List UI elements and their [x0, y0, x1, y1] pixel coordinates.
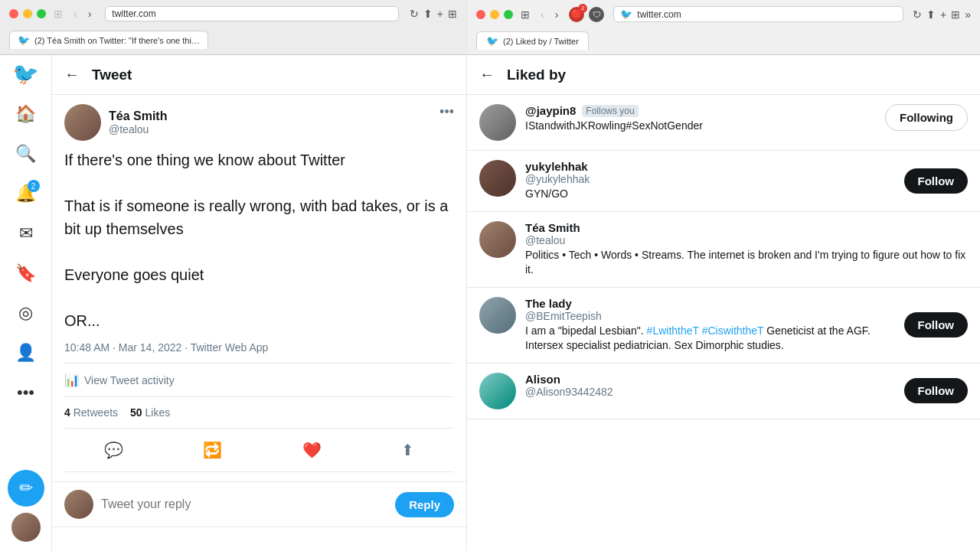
tweet-stats: 4 Retweets 50 Likes — [64, 397, 454, 429]
browser-controls-bar-right: ⊞ ‹ › 🔴 2 🛡 🐦 twitter.com ↻ ⬆ + ⊞ » — [467, 0, 980, 28]
user-bio: GYN/GO — [525, 187, 895, 202]
compose-button[interactable]: ✏ — [8, 470, 44, 507]
reply-user-avatar — [64, 490, 93, 519]
tweet-author-name[interactable]: Téa Smith — [109, 109, 167, 123]
user-name-row: Alison — [525, 373, 895, 386]
nav-forward-right[interactable]: › — [552, 7, 562, 22]
nav-back-right[interactable]: ‹ — [537, 7, 547, 22]
reply-bar: Reply — [52, 482, 466, 527]
tweet-body: Téa Smith @tealou ••• If there's one thi… — [52, 95, 466, 482]
address-bar-right[interactable]: 🐦 twitter.com — [613, 6, 903, 22]
back-button[interactable]: ← — [64, 66, 80, 83]
activity-label: View Tweet activity — [84, 374, 175, 386]
hashtag[interactable]: #LwiththeT — [647, 324, 699, 337]
retweet-count: 4 — [64, 406, 70, 419]
tab-label-right: (2) Liked by / Twitter — [503, 37, 579, 46]
hashtag[interactable]: #CiswiththeT — [702, 324, 764, 337]
retweet-stat[interactable]: 4 Retweets — [64, 406, 118, 419]
tweet-header: ← Tweet — [52, 55, 466, 95]
sidebar-item-home[interactable]: 🏠 — [8, 96, 44, 132]
twitter-sidebar: 🐦 🏠 🔍 🔔 2 ✉ 🔖 ◎ 👤 ••• ✏ — [0, 55, 52, 551]
notifications-badge: 2 — [28, 180, 40, 192]
grid-btn-right[interactable]: ⊞ — [951, 8, 960, 21]
extend-btn-right[interactable]: » — [965, 8, 971, 21]
follow-button[interactable]: Follow — [904, 378, 969, 403]
user-display-name[interactable]: yukylehhak — [525, 160, 588, 173]
nav-sidebar-right[interactable]: ⊞ — [518, 7, 533, 22]
tweet-header-title: Tweet — [92, 67, 132, 83]
traffic-light-yellow[interactable] — [23, 9, 32, 18]
user-display-name[interactable]: @jaypin8 — [525, 104, 576, 117]
sidebar-item-profile[interactable]: 👤 — [8, 334, 44, 371]
nav-forward[interactable]: › — [85, 6, 95, 21]
user-avatar[interactable] — [479, 373, 516, 409]
ext-shield-icon[interactable]: 🛡 — [589, 7, 604, 22]
like-action[interactable]: ❤️ — [296, 435, 328, 465]
twitter-left-content: 🐦 🏠 🔍 🔔 2 ✉ 🔖 ◎ 👤 ••• ✏ ← Tweet — [0, 55, 466, 551]
active-tab-right[interactable]: 🐦 (2) Liked by / Twitter — [476, 31, 589, 50]
tweet-line4: OR... — [64, 309, 454, 332]
add-tab-btn-right[interactable]: + — [940, 8, 946, 21]
tweet-author-names: Téa Smith @tealou — [109, 109, 167, 135]
tab-bar-left: 🐦 (2) Téa Smith on Twitter: "If there's … — [0, 28, 466, 49]
tweet-line3: Everyone goes quiet — [64, 263, 454, 286]
traffic-light-yellow-r[interactable] — [490, 10, 499, 19]
following-button[interactable]: Following — [885, 104, 968, 131]
user-info: yukylehhak @yukylehhak GYN/GO — [525, 160, 895, 202]
user-avatar[interactable] — [479, 297, 516, 334]
traffic-light-red[interactable] — [9, 9, 18, 18]
sidebar-item-notifications[interactable]: 🔔 2 — [8, 175, 44, 212]
nav-sidebar-toggle[interactable]: ⊞ — [51, 6, 66, 21]
retweet-action[interactable]: 🔁 — [197, 435, 228, 465]
active-tab-left[interactable]: 🐦 (2) Téa Smith on Twitter: "If there's … — [9, 31, 208, 49]
current-user-avatar[interactable] — [11, 513, 41, 542]
follow-button[interactable]: Follow — [904, 168, 969, 194]
reply-input[interactable] — [101, 497, 387, 511]
user-bio: I am a "bipedal Lesbian". #LwiththeT #Ci… — [525, 324, 895, 354]
share-btn[interactable]: ⬆ — [423, 8, 433, 20]
reload-btn-right[interactable]: ↻ — [913, 8, 922, 21]
traffic-light-green[interactable] — [37, 9, 46, 18]
list-item: yukylehhak @yukylehhak GYN/GO Follow — [467, 151, 980, 212]
activity-icon: 📊 — [64, 373, 80, 387]
user-handle: @tealou — [525, 234, 968, 246]
reply-button[interactable]: Reply — [395, 492, 454, 517]
sidebar-item-lists[interactable]: ◎ — [8, 295, 44, 331]
traffic-light-green-r[interactable] — [504, 10, 513, 19]
sidebar-bottom: ✏ — [8, 470, 44, 542]
tweet-more-button[interactable]: ••• — [439, 104, 454, 120]
tab-bar-right: 🐦 (2) Liked by / Twitter — [467, 28, 980, 50]
sidebar-item-explore[interactable]: 🔍 — [8, 135, 44, 172]
likes-stat[interactable]: 50 Likes — [130, 406, 170, 419]
user-bio: Politics • Tech • Words • Streams. The i… — [525, 248, 968, 278]
reload-btn[interactable]: ↻ — [410, 8, 419, 20]
twitter-logo[interactable]: 🐦 — [12, 61, 39, 86]
user-avatar[interactable] — [479, 160, 516, 197]
sidebar-item-bookmarks[interactable]: 🔖 — [8, 255, 44, 292]
share-action[interactable]: ⬆ — [395, 435, 420, 465]
user-display-name[interactable]: Téa Smith — [525, 221, 580, 234]
sidebar-item-more[interactable]: ••• — [8, 374, 44, 411]
add-tab-btn[interactable]: + — [437, 8, 443, 20]
likes-label: Likes — [145, 406, 171, 419]
follow-button[interactable]: Follow — [904, 312, 969, 337]
user-display-name[interactable]: Alison — [525, 373, 560, 386]
tweet-activity-row[interactable]: 📊 View Tweet activity — [64, 363, 454, 397]
liked-by-back-button[interactable]: ← — [479, 66, 495, 83]
share-btn-right[interactable]: ⬆ — [926, 8, 936, 21]
user-display-name[interactable]: The lady — [525, 297, 572, 310]
user-avatar[interactable] — [479, 104, 516, 141]
right-panel: ⊞ ‹ › 🔴 2 🛡 🐦 twitter.com ↻ ⬆ + ⊞ » — [467, 0, 980, 551]
sidebar-item-messages[interactable]: ✉ — [8, 215, 44, 252]
list-item: @jaypin8 Follows you IStandwithJKRowling… — [467, 95, 980, 151]
user-avatar[interactable] — [479, 221, 516, 258]
reply-action[interactable]: 💬 — [98, 435, 129, 465]
ext-notification-badge[interactable]: 🔴 2 — [569, 7, 584, 22]
nav-back[interactable]: ‹ — [70, 6, 80, 21]
tweet-author-handle: @tealou — [109, 123, 167, 135]
traffic-light-red-r[interactable] — [476, 10, 485, 19]
toolbar-right: ↻ ⬆ + ⊞ » — [913, 8, 971, 21]
grid-btn[interactable]: ⊞ — [448, 8, 457, 20]
address-bar-left[interactable]: twitter.com — [105, 6, 398, 21]
tweet-author-avatar[interactable] — [64, 104, 101, 141]
